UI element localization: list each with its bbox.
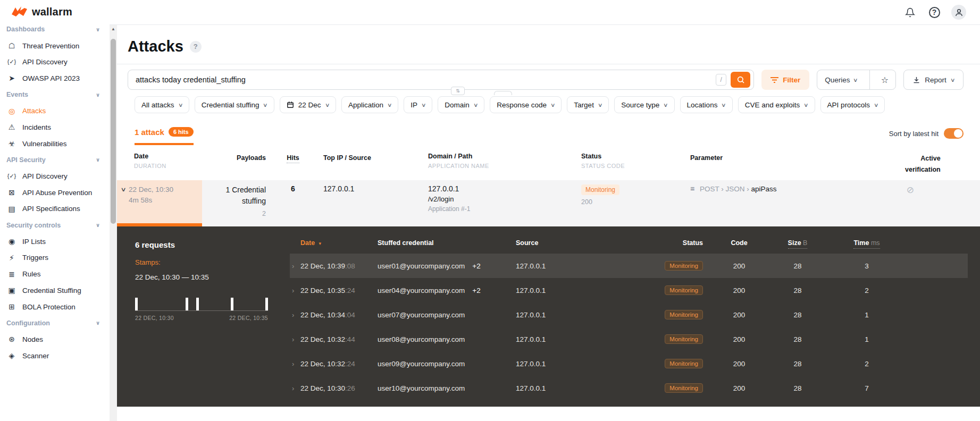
chip-response-code[interactable]: Response code ∨ bbox=[490, 96, 562, 113]
sidebar-section-security-controls[interactable]: Security controls ∨ bbox=[0, 217, 110, 233]
request-row[interactable]: › 22 Dec, 10:30:26 user10@yourcompany.co… bbox=[290, 376, 968, 400]
req-time: 2 bbox=[820, 287, 914, 294]
attack-date-cell[interactable]: ∨ 22 Dec, 10:30 4m 58s bbox=[117, 180, 202, 227]
chip-target[interactable]: Target ∨ bbox=[567, 96, 609, 113]
sidebar-section-configuration[interactable]: Configuration ∨ bbox=[0, 315, 110, 331]
sidebar-item-ip-lists[interactable]: ◉ IP Lists bbox=[0, 233, 110, 250]
vertical-scrollbar[interactable]: ▲ bbox=[110, 25, 117, 421]
histogram-bar bbox=[231, 298, 233, 310]
chevron-down-icon: ∨ bbox=[598, 102, 603, 108]
sidebar-item-nodes[interactable]: ⊛ Nodes bbox=[0, 331, 110, 348]
sidebar-item-scanner[interactable]: ◈ Scanner bbox=[0, 348, 110, 364]
req-seconds: :26 bbox=[345, 384, 355, 392]
queries-button[interactable]: Queries ∨ bbox=[817, 70, 865, 89]
search-button[interactable] bbox=[731, 72, 750, 88]
chip-api-protocols[interactable]: API protocols ∨ bbox=[820, 96, 885, 113]
collapse-chevron-icon[interactable]: ∨ bbox=[120, 186, 126, 220]
request-row[interactable]: › 22 Dec, 10:34:04 user07@yourcompany.co… bbox=[290, 302, 968, 327]
search-box: / bbox=[128, 70, 754, 90]
req-col-time-sortable[interactable]: Time ms bbox=[820, 239, 914, 247]
req-extra-count[interactable]: +2 bbox=[472, 287, 480, 294]
col-date[interactable]: Date bbox=[134, 153, 202, 160]
favorite-star-button[interactable]: ☆ bbox=[874, 75, 895, 85]
chevron-right-icon[interactable]: › bbox=[290, 360, 300, 368]
attack-application-name: Application #-1 bbox=[428, 205, 575, 213]
page-help-icon[interactable]: ? bbox=[190, 41, 202, 53]
search-input[interactable] bbox=[136, 75, 711, 84]
sidebar-section-events[interactable]: Events ∨ bbox=[0, 87, 110, 103]
chevron-right-icon[interactable]: › bbox=[290, 287, 300, 294]
attack-path[interactable]: /v2/login bbox=[428, 195, 575, 203]
robot-off-icon: ⊠ bbox=[6, 188, 17, 197]
scrollbar-thumb[interactable] bbox=[111, 39, 116, 224]
help-icon[interactable]: ? bbox=[927, 5, 942, 20]
request-row[interactable]: › 22 Dec, 10:32:24 user09@yourcompany.co… bbox=[290, 351, 968, 376]
request-row[interactable]: › 22 Dec, 10:39:08 user01@yourcompany.co… bbox=[290, 254, 968, 278]
stamps-label[interactable]: Stamps: bbox=[135, 258, 279, 266]
sidebar-item-attacks[interactable]: ◎ Attacks bbox=[0, 103, 110, 119]
chip-locations[interactable]: Locations ∨ bbox=[680, 96, 733, 113]
id-braces-icon: ⊞ bbox=[6, 302, 17, 311]
filter-button[interactable]: Filter bbox=[761, 70, 809, 90]
req-col-date-sorted[interactable]: Date ▾ bbox=[300, 239, 378, 247]
col-hits-sortable[interactable]: Hits bbox=[287, 154, 299, 163]
attack-row[interactable]: ∨ 22 Dec, 10:30 4m 58s 1 Credential stuf… bbox=[117, 180, 980, 227]
request-row[interactable]: › 22 Dec, 10:32:44 user08@yourcompany.co… bbox=[290, 327, 968, 351]
sidebar-item-threat-prevention[interactable]: ☖ Threat Prevention bbox=[0, 38, 110, 54]
chevron-right-icon[interactable]: › bbox=[290, 384, 300, 392]
user-profile-icon[interactable] bbox=[951, 5, 966, 20]
sidebar-item-api-discovery-2[interactable]: {✓} API Discovery bbox=[0, 168, 110, 184]
scroll-up-arrow[interactable]: ▲ bbox=[110, 27, 117, 31]
slash-shortcut-hint: / bbox=[716, 74, 726, 86]
attack-payloads[interactable]: 1 Credential stuffing bbox=[202, 184, 266, 207]
chevron-down-icon: ∨ bbox=[663, 102, 668, 108]
request-row[interactable]: › 22 Dec, 10:35:24 user04@yourcompany.co… bbox=[290, 278, 968, 302]
sort-by-latest-hit-toggle[interactable] bbox=[944, 128, 964, 139]
attack-domain[interactable]: 127.0.0.1 bbox=[428, 184, 575, 193]
no-verification-icon[interactable]: ⊘ bbox=[907, 185, 914, 195]
wallarm-logo[interactable]: wallarm bbox=[12, 6, 72, 18]
chip-date[interactable]: 22 Dec ∨ bbox=[280, 96, 336, 113]
chip-source-type[interactable]: Source type ∨ bbox=[614, 96, 674, 113]
col-active-verification: Active verification bbox=[905, 155, 941, 173]
attack-top-ip[interactable]: 127.0.0.1 bbox=[315, 180, 421, 227]
chevron-down-icon: ∨ bbox=[550, 102, 556, 108]
sidebar-item-api-specifications[interactable]: ▤ API Specifications bbox=[0, 201, 110, 217]
req-code: 200 bbox=[703, 262, 775, 270]
req-extra-count[interactable]: +2 bbox=[472, 262, 480, 270]
sidebar-section-api-security[interactable]: API Security ∨ bbox=[0, 152, 110, 169]
report-button[interactable]: Report ∨ bbox=[903, 70, 964, 90]
status-badge: Monitoring bbox=[581, 184, 619, 195]
chip-all-attacks[interactable]: All attacks ∨ bbox=[135, 96, 189, 113]
sidebar-item-bola-protection[interactable]: ⊞ BOLA Protection bbox=[0, 299, 110, 315]
sidebar-item-credential-stuffing[interactable]: ▣ Credential Stuffing bbox=[0, 282, 110, 299]
req-credential: user09@yourcompany.com bbox=[378, 360, 465, 368]
sidebar-item-owasp-api-2023[interactable]: ➤ OWASP API 2023 bbox=[0, 70, 110, 87]
bell-icon[interactable] bbox=[902, 5, 917, 20]
divider bbox=[869, 70, 870, 89]
sidebar-item-vulnerabilities[interactable]: ☣ Vulnerabilities bbox=[0, 136, 110, 152]
col-domain-path: Domain / Path bbox=[428, 153, 575, 160]
chip-credential-stuffing[interactable]: Credential stuffing ∨ bbox=[195, 96, 274, 113]
attack-results-tab[interactable]: 1 attack 6 hits bbox=[135, 127, 194, 145]
histogram-bar bbox=[265, 298, 268, 310]
sidebar-item-rules[interactable]: ≣ Rules bbox=[0, 266, 110, 282]
sidebar-item-triggers[interactable]: ⚡ Triggers bbox=[0, 250, 110, 266]
chevron-down-icon: ∨ bbox=[721, 102, 726, 108]
req-col-size-sortable[interactable]: Size B bbox=[775, 239, 820, 247]
chevron-right-icon[interactable]: › bbox=[290, 262, 300, 270]
lightning-icon: ⚡ bbox=[6, 254, 17, 262]
chevron-right-icon[interactable]: › bbox=[290, 335, 300, 343]
chip-domain[interactable]: Domain ∨ bbox=[438, 96, 484, 113]
sidebar-item-api-discovery[interactable]: {✓} API Discovery bbox=[0, 54, 110, 70]
chevron-right-icon[interactable]: › bbox=[290, 311, 300, 319]
param-name: apiPass bbox=[751, 185, 777, 193]
chip-ip[interactable]: IP ∨ bbox=[404, 96, 432, 113]
req-status-badge: Monitoring bbox=[665, 334, 703, 344]
sidebar-item-incidents[interactable]: ⚠ Incidents bbox=[0, 119, 110, 136]
chip-application[interactable]: Application ∨ bbox=[341, 96, 398, 113]
chip-cve-and-exploits[interactable]: CVE and exploits ∨ bbox=[738, 96, 815, 113]
attack-count: 1 attack bbox=[135, 128, 164, 137]
sidebar-item-api-abuse-prevention[interactable]: ⊠ API Abuse Prevention bbox=[0, 184, 110, 201]
req-source: 127.0.0.1 bbox=[516, 262, 643, 270]
